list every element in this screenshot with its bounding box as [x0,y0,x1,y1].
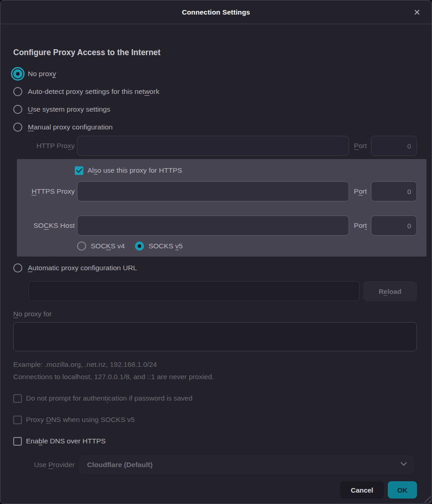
dns-over-https-label: Enable DNS over HTTPS [26,437,106,445]
https-port-input[interactable] [371,181,417,201]
also-https-checkbox[interactable] [75,166,83,175]
use-provider-label: Use Provider [13,461,75,469]
radio-label-auto-config-url: Automatic proxy configuration URL [28,264,137,272]
connection-settings-dialog: Connection Settings × Configure Proxy Ac… [0,0,432,504]
socks-host-label: SOCKS Host [17,221,75,230]
radio-row-manual-proxy[interactable]: Manual proxy configuration [13,118,417,136]
option-row-proxy-dns-socks5[interactable]: Proxy DNS when using SOCKS v5 [13,414,417,425]
radio-label-socks-v4: SOCKS v4 [91,242,125,250]
dialog-button-row: Cancel OK [13,481,417,499]
also-https-label: Also use this proxy for HTTPS [87,166,182,175]
https-socks-highlight-panel: Also use this proxy for HTTPS HTTPS Prox… [17,159,427,257]
page-title: Configure Proxy Access to the Internet [13,48,417,57]
also-https-row[interactable]: Also use this proxy for HTTPS [75,164,417,177]
radio-button-no-proxy[interactable] [13,69,22,78]
radio-button-system-proxy[interactable] [13,105,22,114]
socks-port-input[interactable] [371,216,417,236]
radio-label-socks-v5: SOCKS v5 [149,242,183,250]
no-proxy-for-label: No proxy for [13,310,417,318]
option-row-dns-over-https[interactable]: Enable DNS over HTTPS [13,436,417,447]
radio-button-manual-proxy[interactable] [13,123,22,132]
no-proxy-for-textarea[interactable] [13,322,417,351]
https-proxy-row: HTTPS Proxy Port [17,181,417,201]
auto-config-url-row: Reload [28,281,417,301]
radio-button-socks-v4[interactable] [77,242,86,251]
http-port-input[interactable] [371,136,417,156]
spacer [17,201,417,216]
dns-provider-row: Use Provider Cloudflare (Default) [13,455,417,474]
https-port-label: Port [354,187,367,195]
option-row-no-auth-prompt[interactable]: Do not prompt for authentication if pass… [13,393,417,404]
http-proxy-input[interactable] [77,136,349,156]
http-port-label: Port [354,142,367,150]
https-proxy-label: HTTPS Proxy [17,187,75,195]
dns-provider-value: Cloudflare (Default) [87,461,153,469]
socks-port-label: Port [354,221,367,230]
http-proxy-row: HTTP Proxy Port [13,136,417,156]
no-auth-prompt-label: Do not prompt for authentication if pass… [26,394,192,402]
auto-config-url-input[interactable] [28,281,360,301]
socks-host-input[interactable] [77,216,349,236]
https-proxy-input[interactable] [77,181,349,201]
radio-row-no-proxy[interactable]: No proxy [13,65,417,82]
reload-button[interactable]: Reload [363,281,417,301]
http-proxy-label: HTTP Proxy [13,142,75,150]
radio-button-socks-v5[interactable] [135,242,144,251]
proxy-dns-socks5-checkbox[interactable] [13,416,22,424]
radio-label-system-proxy: Use system proxy settings [28,105,110,113]
no-proxy-example-text: Example: .mozilla.org, .net.nz, 192.168.… [13,360,417,369]
radio-row-auto-detect[interactable]: Auto-detect proxy settings for this netw… [13,82,417,100]
ok-button[interactable]: OK [388,481,417,499]
dialog-titlebar: Connection Settings × [0,0,432,24]
proxy-dns-socks5-label: Proxy DNS when using SOCKS v5 [26,416,135,424]
reload-button-label: Reload [379,288,401,295]
dns-over-https-checkbox[interactable] [13,437,22,446]
no-auth-prompt-checkbox[interactable] [13,394,22,403]
radio-button-auto-detect[interactable] [13,87,22,96]
chevron-down-icon [401,459,407,466]
radio-label-auto-detect: Auto-detect proxy settings for this netw… [28,87,159,96]
dns-provider-select[interactable]: Cloudflare (Default) [79,455,414,474]
radio-row-system-proxy[interactable]: Use system proxy settings [13,100,417,118]
close-button[interactable]: × [410,5,424,20]
close-icon: × [414,7,420,18]
radio-label-manual-proxy: Manual proxy configuration [28,123,113,131]
dialog-title: Connection Settings [182,8,250,16]
radio-label-no-proxy: No proxy [28,70,56,78]
socks-host-row: SOCKS Host Port [17,216,417,236]
no-proxy-note-text: Connections to localhost, 127.0.0.1/8, a… [13,373,417,381]
radio-button-auto-config-url[interactable] [13,263,22,273]
cancel-button[interactable]: Cancel [340,481,384,499]
socks-version-row: SOCKS v4 SOCKS v5 [77,239,417,253]
radio-row-auto-config-url[interactable]: Automatic proxy configuration URL [13,259,417,277]
dialog-content: Configure Proxy Access to the Internet N… [0,48,432,499]
